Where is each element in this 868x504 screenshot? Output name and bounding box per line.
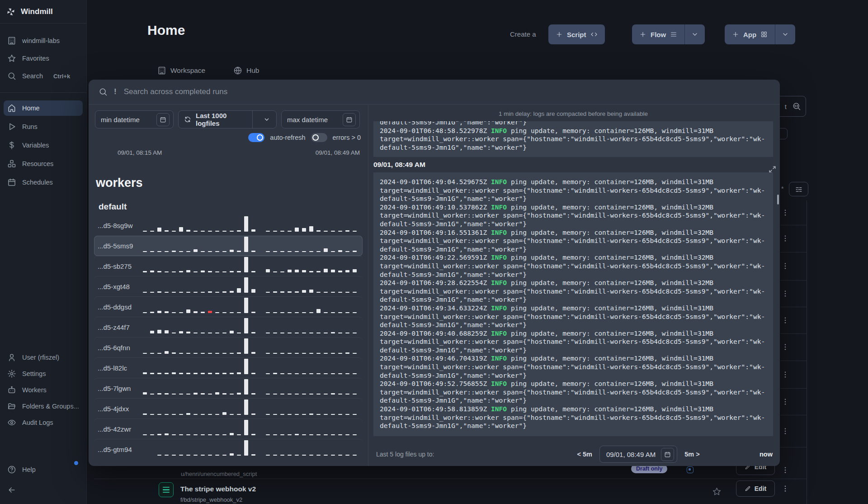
worker-name: ...d5-z44f7 (98, 323, 143, 331)
sidebar-item-label: Variables (22, 142, 49, 149)
worker-row[interactable]: ...d5-7lgwn (94, 378, 363, 399)
search-icon (7, 71, 16, 81)
create-app-dropdown-button[interactable] (775, 24, 795, 44)
sidebar-item-help[interactable]: Help (5, 463, 82, 476)
sidebar-item-home[interactable]: Home (4, 100, 83, 116)
calendar-icon[interactable] (661, 448, 674, 461)
worker-row[interactable]: ...d5-xgt48 (94, 276, 363, 297)
sidebar-item-schedules[interactable]: Schedules (4, 175, 83, 190)
sidebar-item-search[interactable]: SearchCtrl+k (5, 69, 82, 83)
sidebar-item-label: Favorites (22, 55, 49, 62)
worker-row[interactable]: ...d5-8sg9w (94, 215, 363, 236)
help-label: Help (22, 466, 36, 473)
log-message: ping update, memory: container=126MB, wi… (507, 354, 713, 362)
now-button[interactable]: now (760, 451, 773, 458)
calendar-icon[interactable] (343, 113, 356, 126)
log-message: ping update, memory: container=126MB, wi… (507, 203, 713, 211)
worker-name: ...d5-l82lc (98, 364, 143, 372)
logfiles-selected-value: Last 1000 logfiles (196, 112, 245, 127)
min-datetime-input[interactable]: min datetime (95, 110, 174, 128)
collapse-sidebar-button[interactable] (5, 483, 82, 497)
brand-label: Windmill (21, 7, 53, 16)
create-script-button[interactable]: Script (548, 24, 605, 44)
tab-hub-label: Hub (246, 67, 259, 75)
back-5m-button[interactable]: < 5m (577, 451, 592, 458)
log-timestamp: 2024-09-01T06:49:16.551361Z (380, 228, 491, 236)
search-input[interactable] (123, 87, 770, 97)
min-datetime-label: min datetime (101, 116, 152, 124)
chevron-down-icon[interactable] (257, 116, 276, 123)
sidebar-item-variables[interactable]: Variables (4, 138, 83, 153)
sidebar-item-runs[interactable]: Runs (4, 119, 83, 134)
errors-toggle-label: errors > 0 (333, 134, 361, 141)
create-app-button[interactable]: App (725, 24, 775, 44)
log-entry: 2024-09-01T06:49:52.756855Z INFO ping up… (380, 380, 767, 405)
log-viewer-panel: 1 min delay: logs are compacted before b… (369, 105, 780, 466)
sidebar-item-favorites[interactable]: Favorites (5, 52, 82, 65)
refresh-icon (184, 116, 191, 123)
arrow-left-icon (7, 485, 16, 494)
log-level: INFO (491, 279, 507, 286)
help-icon (7, 465, 16, 474)
log-level: INFO (491, 405, 507, 413)
range-end-time: 09/01, 08:49 AM (316, 149, 360, 156)
worker-row[interactable]: ...d5-4jdxx (94, 399, 363, 419)
notification-dot (74, 461, 78, 465)
brand[interactable]: Windmill (0, 0, 86, 24)
sidebar-item-label: Search (22, 72, 43, 80)
log-entry: 2024-09-01T06:49:16.551361Z INFO ping up… (380, 228, 767, 254)
worker-name: ...d5-7lgwn (98, 385, 143, 392)
log-output[interactable]: 2024-09-01T06:49:04.529675Z INFO ping up… (373, 172, 773, 436)
create-flow-button[interactable]: Flow (632, 24, 684, 44)
worker-name: ...d5-4jdxx (98, 405, 143, 413)
chevron-down-icon (691, 31, 698, 38)
sidebar-item-label: Folders & Groups... (22, 403, 79, 410)
worker-row[interactable]: ...d5-42zwr (94, 419, 363, 439)
sidebar-item-user-rfiszel[interactable]: User (rfiszel) (5, 350, 82, 364)
sidebar-item-windmill-labs[interactable]: windmill-labs (5, 34, 82, 48)
auto-refresh-toggle[interactable] (248, 133, 264, 142)
log-timestamp: 2024-09-01T06:49:46.704319Z (380, 354, 491, 362)
building-icon (157, 66, 166, 75)
logfiles-select[interactable]: Last 1000 logfiles (178, 110, 277, 128)
create-prefix-label: Create a (510, 30, 536, 38)
log-message: ping update, memory: container=126MB, wi… (507, 380, 713, 387)
play-icon (7, 122, 16, 131)
tab-hub[interactable]: Hub (233, 66, 259, 75)
worker-row[interactable]: ...d5-l82lc (94, 358, 363, 378)
shortcut-badge: Ctrl+k (53, 73, 70, 80)
forward-5m-button[interactable]: 5m > (684, 451, 699, 458)
log-level: INFO (491, 228, 507, 236)
globe-icon (233, 66, 242, 75)
eye-icon (7, 418, 16, 427)
max-datetime-input[interactable]: max datetime (281, 110, 360, 128)
previous-log-block: default-5sms9-Jmn1G","name":"worker"}202… (373, 121, 773, 157)
sidebar-item-settings[interactable]: Settings (5, 366, 82, 380)
footer-datetime-input[interactable]: 09/01, 08:49 AM (599, 446, 677, 463)
range-start-time: 09/01, 08:15 AM (118, 149, 162, 156)
create-flow-dropdown-button[interactable] (684, 24, 705, 44)
worker-row[interactable]: ...d5-sb275 (94, 256, 363, 276)
worker-row[interactable]: ...d5-gtm94 (94, 439, 363, 460)
sidebar-item-resources[interactable]: Resources (4, 156, 83, 171)
sidebar-item-audit-logs[interactable]: Audit Logs (5, 415, 82, 429)
log-span: target=windmill_worker::worker span={"ho… (380, 313, 765, 329)
errors-toggle[interactable] (311, 133, 327, 142)
worker-row[interactable]: ...d5-6qfnn (94, 338, 363, 358)
calendar-icon[interactable] (156, 113, 170, 126)
tab-workspace[interactable]: Workspace (157, 66, 205, 75)
sidebar-item-workers[interactable]: Workers (5, 383, 82, 397)
create-flow-button-group: Flow (632, 24, 705, 44)
scrollbar-thumb[interactable] (777, 195, 779, 204)
sidebar-item-folders-groups[interactable]: Folders & Groups... (5, 399, 82, 413)
worker-row[interactable]: ...d5-5sms9 (94, 236, 363, 256)
log-message: ping update, memory: container=126MB, wi… (507, 329, 713, 337)
worker-row[interactable]: ...d5-ddgsd (94, 297, 363, 317)
auto-refresh-label: auto-refresh (270, 134, 305, 141)
worker-row[interactable]: ...d5-z44f7 (94, 317, 363, 338)
create-app-label: App (743, 31, 756, 38)
create-script-label: Script (567, 31, 586, 38)
log-level: INFO (491, 127, 507, 134)
worker-name: ...d5-xgt48 (98, 283, 143, 290)
worker-activity-sparkline (143, 298, 359, 316)
